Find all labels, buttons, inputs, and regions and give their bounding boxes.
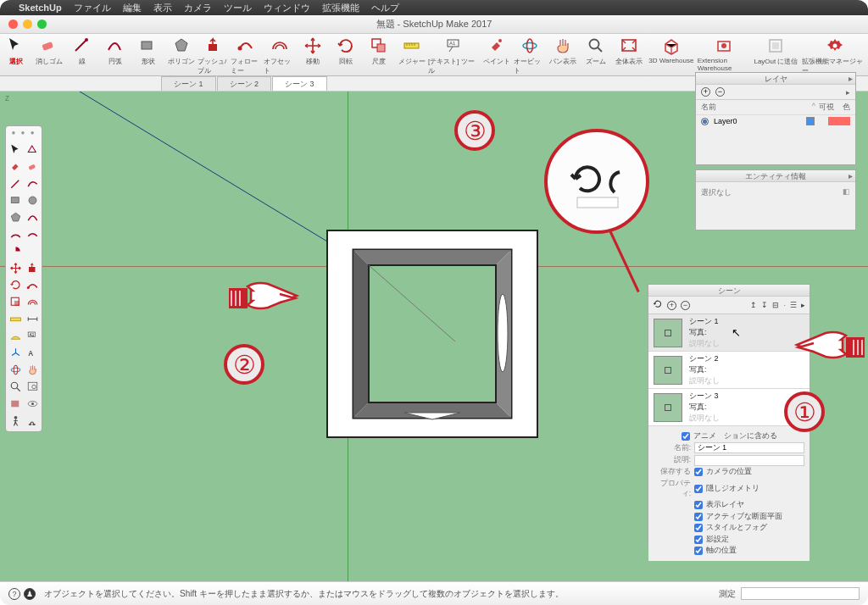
entity-menu-icon[interactable]: ◧ — [843, 187, 850, 196]
tool-rect[interactable] — [8, 192, 23, 208]
person-icon[interactable]: ♟ — [24, 588, 36, 600]
tool-dim[interactable] — [25, 311, 40, 326]
prop-section[interactable] — [694, 513, 703, 521]
toolbar-polygon[interactable]: ポリゴン — [164, 36, 198, 66]
tool-lookaround[interactable] — [25, 396, 40, 411]
menu-tools[interactable]: ツール — [224, 2, 252, 14]
tool-walk[interactable] — [25, 413, 40, 428]
layer-add-button[interactable]: + — [701, 87, 710, 97]
toolbar-zoom[interactable]: ズーム — [579, 36, 612, 66]
layer-color-swatch[interactable] — [828, 117, 850, 125]
scene-tab-3[interactable]: シーン 3 — [272, 76, 327, 91]
scene-add-button[interactable]: + — [667, 301, 676, 310]
toolbar-scale[interactable]: 尺度 — [362, 36, 395, 66]
tool-followme[interactable] — [25, 277, 40, 292]
prop-hidden[interactable] — [694, 485, 703, 493]
toolbar-rotate[interactable]: 回転 — [329, 36, 362, 66]
scene-row-1[interactable]: シーン 1写真:説明なし ↖ — [648, 314, 810, 352]
tool-orbit[interactable] — [8, 362, 23, 377]
tool-axes[interactable] — [8, 345, 23, 360]
tool-scale[interactable] — [8, 294, 23, 309]
app-name[interactable]: SketchUp — [19, 3, 62, 13]
scene-tab-1[interactable]: シーン 1 — [161, 76, 216, 91]
tool-pie[interactable] — [8, 243, 23, 258]
tool-tape[interactable] — [8, 311, 23, 326]
layer-active-radio[interactable] — [701, 118, 709, 125]
window-minimize-button[interactable] — [23, 19, 32, 29]
layer-visible-checkbox[interactable] — [806, 117, 815, 125]
layer-remove-button[interactable]: − — [715, 87, 725, 97]
tool-2arc[interactable] — [8, 226, 23, 241]
menu-file[interactable]: ファイル — [74, 2, 111, 14]
toolbar-move[interactable]: 移動 — [297, 36, 330, 66]
window-zoom-button[interactable] — [37, 19, 47, 29]
tool-pushpull[interactable] — [25, 260, 40, 275]
toolbar-extmgr[interactable]: 拡張機能マネージャー — [802, 36, 868, 75]
tool-text[interactable]: A1 — [25, 328, 40, 343]
palette-grip[interactable]: ● ● ● — [6, 129, 42, 136]
toolbar-3dwh[interactable]: 3D Warehouse — [645, 36, 698, 64]
prop-shadow[interactable] — [694, 536, 703, 544]
model-geometry[interactable] — [326, 230, 538, 438]
toolbar-eraser[interactable]: 消しゴム — [33, 36, 66, 66]
tool-arc[interactable] — [25, 209, 40, 225]
tool-protractor[interactable] — [8, 328, 23, 343]
layers-col-color[interactable]: 色 — [843, 102, 850, 113]
toolbar-followme[interactable]: フォローミー — [231, 36, 264, 75]
tool-freehand[interactable] — [25, 175, 40, 191]
tool-move[interactable] — [8, 260, 23, 275]
tool-pan[interactable] — [25, 362, 40, 377]
scene-list-icon[interactable]: ☰ — [790, 301, 797, 309]
toolbar-text[interactable]: A1[テキスト] ツール — [428, 36, 481, 75]
tool-paint[interactable] — [8, 158, 23, 174]
entity-info-panel[interactable]: エンティティ情報 ▸ 選択なし ◧ — [695, 169, 856, 230]
layer-menu-icon[interactable]: ▸ — [846, 88, 850, 97]
layers-panel[interactable]: レイヤ ▸ + − ▸ 名前 ^ 可視 色 Layer0 — [695, 72, 856, 165]
menu-help[interactable]: ヘルプ — [371, 2, 399, 14]
tool-offset[interactable] — [25, 294, 40, 309]
toolbar-layout[interactable]: LayOut に送信 — [750, 36, 803, 66]
tool-zoomwin[interactable] — [25, 379, 40, 394]
toolbar-paint[interactable]: ペイント — [481, 36, 514, 66]
tool-3arc[interactable] — [25, 226, 40, 241]
tool-rotate[interactable] — [8, 277, 23, 292]
scene-tab-2[interactable]: シーン 2 — [217, 76, 272, 91]
menu-view[interactable]: 表示 — [153, 2, 172, 14]
scene-row-2[interactable]: シーン 2写真:説明なし — [648, 352, 810, 389]
entity-collapse-icon[interactable]: ▸ — [849, 171, 853, 180]
scene-up-button[interactable]: ↥ — [750, 301, 757, 309]
layers-collapse-icon[interactable]: ▸ — [849, 74, 853, 83]
scene-update-button[interactable] — [653, 299, 663, 311]
toolbar-shapes[interactable]: 形状 — [131, 36, 164, 66]
help-icon[interactable]: ? — [8, 588, 20, 600]
toolbar-extwh[interactable]: Extension Warehouse — [698, 36, 750, 72]
toolbar-pan[interactable]: パン表示 — [546, 36, 579, 66]
tool-zoom[interactable] — [8, 379, 23, 394]
toolbar-zoomext[interactable]: 全体表示 — [612, 36, 645, 66]
menu-camera[interactable]: カメラ — [184, 2, 212, 14]
tool-line[interactable] — [8, 175, 23, 191]
tool-eraser[interactable] — [25, 158, 40, 174]
tool-polygon[interactable] — [8, 209, 23, 225]
layer-name[interactable]: Layer0 — [714, 117, 798, 125]
layers-col-name[interactable]: 名前 — [701, 102, 809, 113]
scene-view-icon[interactable]: ⊟ — [772, 301, 779, 309]
layer-row[interactable]: Layer0 — [696, 115, 855, 127]
scene-include-checkbox[interactable] — [682, 432, 690, 441]
tool-3dtext[interactable]: A — [25, 345, 40, 360]
toolbar-tape[interactable]: メジャー — [395, 36, 428, 66]
toolbar-arc[interactable]: 円弧 — [99, 36, 132, 66]
layers-col-visible[interactable]: 可視 — [819, 102, 834, 113]
menu-ext[interactable]: 拡張機能 — [322, 2, 359, 14]
window-close-button[interactable] — [8, 19, 18, 29]
tool-circle[interactable] — [25, 192, 40, 208]
tool-position[interactable] — [8, 413, 23, 428]
toolbar-pushpull[interactable]: プッシュ/プル — [198, 36, 231, 75]
tool-section[interactable] — [8, 396, 23, 411]
toolbar-offset[interactable]: オフセット — [264, 36, 297, 75]
prop-axes[interactable] — [694, 547, 703, 555]
scene-down-button[interactable]: ↧ — [761, 301, 768, 309]
toolbar-orbit[interactable]: オービット — [514, 36, 547, 75]
prop-camera[interactable] — [694, 468, 703, 476]
scene-menu-icon[interactable]: ▸ — [801, 301, 805, 309]
